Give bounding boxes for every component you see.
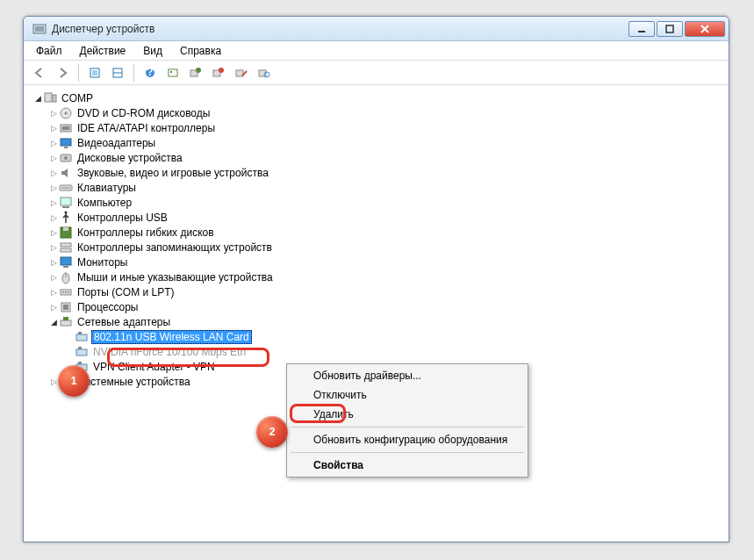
svg-rect-31: [61, 197, 71, 205]
tree-category[interactable]: ▷IDE ATA/ATAPI контроллеры: [48, 120, 727, 135]
expand-icon[interactable]: ▷: [48, 288, 59, 297]
tree-device[interactable]: 802.11n USB Wireless LAN Card: [64, 329, 727, 344]
tree-category-label: Системные устройства: [75, 376, 192, 388]
context-menu-item[interactable]: Обновить конфигурацию оборудования: [289, 430, 526, 449]
menu-view[interactable]: Вид: [136, 43, 169, 59]
tree-category[interactable]: ◢Сетевые адаптеры: [48, 314, 727, 329]
tree-category[interactable]: ▷Компьютер: [48, 195, 727, 210]
svg-rect-32: [62, 206, 69, 208]
menu-action[interactable]: Действие: [73, 43, 133, 59]
toolbar-btn-1[interactable]: [84, 63, 105, 83]
svg-point-28: [64, 156, 68, 160]
expand-icon[interactable]: ▷: [48, 228, 59, 237]
svg-rect-50: [76, 334, 87, 341]
tree-category-label: Дисковые устройства: [75, 152, 184, 164]
tree-category[interactable]: ▷Мониторы: [48, 255, 727, 269]
tree-category[interactable]: ▷Контроллеры USB: [48, 210, 727, 225]
svg-point-45: [68, 291, 69, 293]
svg-rect-36: [61, 243, 71, 247]
tree-category[interactable]: ▷Порты (COM и LPT): [48, 284, 727, 299]
tree-category[interactable]: ▷Процессоры: [48, 299, 727, 314]
context-menu-separator: [291, 427, 524, 427]
expand-icon[interactable]: ▷: [48, 273, 59, 282]
svg-rect-53: [78, 347, 82, 349]
svg-point-15: [219, 68, 224, 73]
tree-category[interactable]: ▷DVD и CD-ROM дисководы: [48, 105, 727, 120]
toolbar-btn-6[interactable]: [231, 63, 252, 83]
tree-root[interactable]: ◢COMP: [32, 90, 727, 105]
close-button[interactable]: [685, 21, 725, 37]
expand-icon[interactable]: ▷: [48, 213, 59, 222]
tree-category[interactable]: ▷Клавиатуры: [48, 180, 727, 195]
expand-icon[interactable]: ▷: [48, 169, 59, 177]
tree-category[interactable]: ▷Контроллеры запоминающих устройств: [48, 240, 727, 255]
toolbar-back-button[interactable]: [29, 63, 50, 83]
port-icon: [59, 285, 73, 299]
tree-category[interactable]: ▷Контроллеры гибких дисков: [48, 225, 727, 240]
toolbar-btn-7[interactable]: [254, 63, 275, 83]
expand-icon[interactable]: ▷: [48, 139, 59, 147]
toolbar-btn-2[interactable]: [107, 63, 128, 83]
keyboard-icon: [59, 181, 73, 195]
toolbar-btn-3[interactable]: [162, 63, 183, 83]
svg-rect-20: [53, 95, 56, 102]
context-menu-item[interactable]: Обновить драйверы...: [289, 366, 526, 385]
svg-rect-1: [35, 26, 44, 32]
titlebar[interactable]: Диспетчер устройств: [24, 17, 729, 41]
context-menu-item[interactable]: Отключить: [289, 385, 526, 405]
monitor-icon: [59, 255, 73, 269]
svg-rect-19: [45, 93, 52, 102]
expand-icon[interactable]: ▷: [48, 198, 59, 207]
tree-category[interactable]: ▷Звуковые, видео и игровые устройства: [48, 165, 727, 180]
expand-icon[interactable]: ▷: [48, 258, 59, 267]
tree-root-label: COMP: [60, 92, 95, 104]
netcard-icon: [75, 345, 89, 359]
context-menu-item[interactable]: Свойства: [289, 456, 526, 475]
toolbar-forward-button[interactable]: [52, 63, 73, 83]
expand-icon[interactable]: ▷: [48, 183, 59, 192]
tree-device-label: 802.11n USB Wireless LAN Card: [91, 330, 252, 344]
storage-icon: [59, 241, 73, 255]
tree-category-label: Порты (COM и LPT): [75, 286, 176, 298]
svg-rect-39: [63, 266, 68, 268]
menu-help[interactable]: Справка: [173, 43, 228, 59]
tree-device-label: NVIDIA nForce 10/100 Mbps Eth: [91, 346, 248, 358]
svg-rect-37: [61, 248, 71, 252]
tree-category[interactable]: ▷Мыши и иные указывающие устройства: [48, 269, 727, 284]
toolbar-btn-5[interactable]: [208, 63, 229, 83]
computer-icon: [59, 196, 73, 210]
svg-rect-24: [62, 126, 69, 130]
menu-file[interactable]: Файл: [29, 43, 69, 59]
window-buttons: [628, 21, 725, 37]
expand-icon[interactable]: ◢: [48, 318, 59, 327]
context-menu-separator: [291, 452, 524, 453]
tree-category[interactable]: ▷Видеоадаптеры: [48, 135, 727, 150]
toolbar-btn-4[interactable]: [185, 63, 206, 83]
tree-category-label: Сетевые адаптеры: [75, 316, 172, 328]
tree-category-label: Видеоадаптеры: [75, 137, 157, 149]
toolbar-help-button[interactable]: ?: [140, 63, 161, 83]
svg-rect-25: [61, 139, 71, 146]
tree-category[interactable]: ▷Дисковые устройства: [48, 150, 727, 165]
svg-rect-55: [78, 362, 82, 364]
maximize-button[interactable]: [657, 21, 683, 37]
svg-point-22: [65, 111, 68, 114]
svg-rect-49: [63, 317, 68, 320]
minimize-button[interactable]: [628, 21, 655, 37]
svg-rect-3: [666, 25, 673, 32]
expand-icon[interactable]: ▷: [48, 124, 59, 133]
cpu-icon: [59, 300, 73, 314]
svg-rect-11: [170, 71, 172, 73]
netcard-icon: [75, 330, 89, 344]
expand-icon[interactable]: ▷: [48, 243, 59, 252]
expand-icon[interactable]: ▷: [48, 303, 59, 312]
toolbar: ?: [24, 61, 729, 85]
svg-rect-48: [61, 320, 71, 326]
display-icon: [59, 136, 73, 150]
tree-device[interactable]: NVIDIA nForce 10/100 Mbps Eth: [64, 344, 727, 359]
expand-icon[interactable]: ▷: [48, 154, 59, 162]
expand-icon[interactable]: ▷: [48, 109, 59, 118]
svg-rect-47: [63, 305, 68, 310]
context-menu-item[interactable]: Удалить: [289, 405, 526, 424]
expand-icon[interactable]: ◢: [32, 94, 43, 103]
